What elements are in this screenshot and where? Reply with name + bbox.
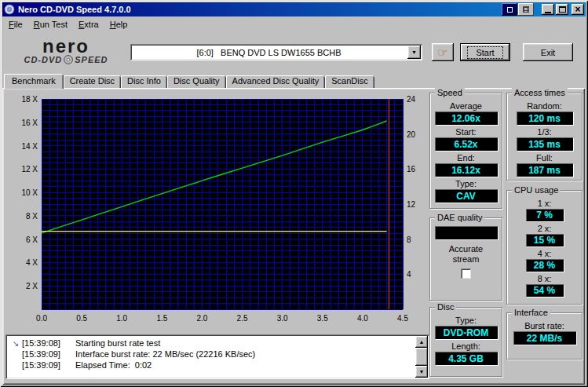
log-message: Elapsed Time: 0:02 (75, 360, 152, 370)
scrollbar-thumb[interactable] (415, 348, 428, 366)
svg-text:2 X: 2 X (26, 282, 38, 290)
random-access-value: 120 ms (517, 111, 573, 125)
transfer-rate-chart: 2 X4 X6 X8 X10 X12 X14 X16 X18 X48121620… (4, 93, 428, 330)
drive-select[interactable]: [6:0] BENQ DVD LS DW1655 BCHB ▼ (130, 44, 422, 60)
titlebar-extra-button-2[interactable] (518, 3, 534, 16)
log-line: [15:39:09] Elapsed Time: 0:02 (9, 360, 415, 371)
eject-disc-button[interactable]: ☞ (432, 43, 454, 61)
drive-select-value: [6:0] BENQ DVD LS DW1655 BCHB (130, 48, 407, 57)
tab-disc-quality[interactable]: Disc Quality (167, 75, 226, 88)
titlebar-extra-button-1[interactable] (502, 3, 517, 16)
tab-disc-info[interactable]: Disc Info (121, 75, 167, 88)
test-log: ↘ [15:39:08] Starting burst rate test [1… (5, 334, 429, 379)
exit-button[interactable]: Exit (523, 43, 573, 61)
chevron-down-icon[interactable]: ▼ (407, 46, 421, 59)
menu-extra[interactable]: Extra (73, 18, 104, 31)
svg-text:3.5: 3.5 (317, 314, 328, 323)
hand-disc-icon: ☞ (437, 46, 447, 60)
maximize-icon (559, 6, 566, 13)
log-line: [15:39:09] Interface burst rate: 22 MB/s… (9, 349, 415, 360)
maximize-button[interactable] (556, 4, 568, 15)
disc-type-value: DVD-ROM (435, 326, 498, 339)
random-access-label: Random: (527, 101, 562, 111)
average-speed-label: Average (450, 101, 482, 111)
svg-text:12 X: 12 X (21, 165, 38, 173)
burst-rate-value: 22 MB/s (513, 331, 576, 345)
disc-length-label: Length: (451, 341, 480, 352)
interface-panel: Interface Burst rate: 22 MB/s (506, 312, 583, 360)
one-third-access-label: 1/3: (537, 127, 551, 137)
close-button[interactable]: × (572, 4, 584, 15)
dae-quality-panel: DAE quality Accurate stream (429, 217, 502, 301)
svg-text:16 X: 16 X (21, 119, 38, 127)
cpu-4x-value: 28 % (526, 259, 564, 272)
start-speed-value: 6.52x (435, 137, 498, 151)
exit-button-label: Exit (541, 48, 555, 57)
svg-text:20: 20 (407, 130, 416, 139)
dae-quality-value (435, 226, 498, 239)
full-access-value: 187 ms (517, 163, 573, 177)
svg-text:0.0: 0.0 (36, 314, 47, 323)
interface-panel-title: Interface (512, 308, 550, 317)
logo-cddvd-text: CD-DVD (24, 55, 62, 64)
titlebar[interactable]: Nero CD-DVD Speed 4.7.0.0 × (2, 2, 586, 16)
access-times-panel: Access times Random: 120 ms 1/3: 135 ms … (506, 93, 583, 181)
scroll-up-button[interactable]: ▲ (415, 336, 428, 348)
svg-text:3.0: 3.0 (277, 314, 288, 323)
speed-panel-title: Speed (435, 88, 465, 97)
menu-run-test[interactable]: Run Test (28, 18, 73, 31)
cpu-usage-panel: CPU usage 1 x: 7 % 2 x: 15 % 4 x: 28 % 8… (506, 190, 583, 305)
tab-advanced-disc-quality[interactable]: Advanced Disc Quality (226, 75, 326, 88)
window-title: Nero CD-DVD Speed 4.7.0.0 (18, 5, 502, 14)
benchmark-tab-page: 2 X4 X6 X8 X10 X12 X14 X16 X18 X48121620… (2, 88, 585, 385)
burst-rate-label: Burst rate: (524, 321, 564, 331)
one-third-access-value: 135 ms (517, 137, 573, 151)
cpu-1x-value: 7 % (526, 209, 564, 221)
start-speed-label: Start: (455, 127, 476, 137)
nero-logo: nero CD-DVD SPEED (6, 33, 126, 69)
svg-text:12: 12 (407, 200, 416, 209)
tab-benchmark[interactable]: Benchmark (4, 74, 64, 89)
access-times-panel-title: Access times (512, 88, 568, 97)
svg-text:8 X: 8 X (26, 212, 38, 221)
tab-scandisc[interactable]: ScanDisc (325, 75, 374, 88)
svg-text:16: 16 (407, 165, 416, 173)
menu-file[interactable]: File (3, 18, 28, 31)
cpu-8x-label: 8 x: (538, 274, 552, 284)
svg-text:18 X: 18 X (21, 95, 38, 104)
disc-panel-title: Disc (435, 302, 456, 312)
accurate-stream-label: Accurate stream (444, 244, 489, 265)
menu-bar: File Run Test Extra Help (2, 16, 586, 31)
start-button[interactable]: Start (460, 43, 510, 61)
indicator-icon (507, 7, 513, 13)
svg-text:2.5: 2.5 (237, 314, 248, 323)
speed-panel: Speed Average 12.06x Start: 6.52x End: 1… (429, 93, 502, 209)
svg-text:1.0: 1.0 (116, 314, 127, 323)
cpu-usage-panel-title: CPU usage (512, 185, 561, 195)
menu-help[interactable]: Help (104, 18, 133, 31)
cpu-1x-label: 1 x: (538, 199, 552, 209)
minimize-icon (545, 12, 551, 13)
nero-brand-text: nero (42, 38, 89, 55)
app-icon (4, 4, 15, 15)
start-button-label: Start (467, 46, 502, 59)
svg-text:4.0: 4.0 (357, 314, 368, 323)
tab-strip: Benchmark Create Disc Disc Info Disc Qua… (4, 73, 374, 88)
cpu-2x-value: 15 % (526, 234, 564, 246)
tab-create-disc[interactable]: Create Disc (64, 75, 121, 88)
scroll-down-button[interactable]: ▼ (415, 366, 428, 378)
logo-speed-text: SPEED (75, 55, 108, 64)
log-line: ↘ [15:39:08] Starting burst rate test (9, 338, 415, 349)
indicator-grid-icon (523, 6, 529, 13)
speed-type-value: CAV (435, 189, 498, 203)
benchmark-chart-svg: 2 X4 X6 X8 X10 X12 X14 X16 X18 X48121620… (4, 93, 428, 330)
log-scrollbar[interactable]: ▲ ▼ (415, 336, 428, 378)
dae-quality-panel-title: DAE quality (435, 213, 484, 222)
log-lines: ↘ [15:39:08] Starting burst rate test [1… (7, 336, 415, 378)
svg-text:14 X: 14 X (21, 142, 38, 151)
log-timestamp: [15:39:08] (22, 338, 68, 348)
accurate-stream-checkbox[interactable] (461, 268, 471, 279)
log-message: Starting burst rate test (75, 338, 160, 348)
disc-icon (64, 55, 73, 64)
minimize-button[interactable] (542, 4, 554, 15)
